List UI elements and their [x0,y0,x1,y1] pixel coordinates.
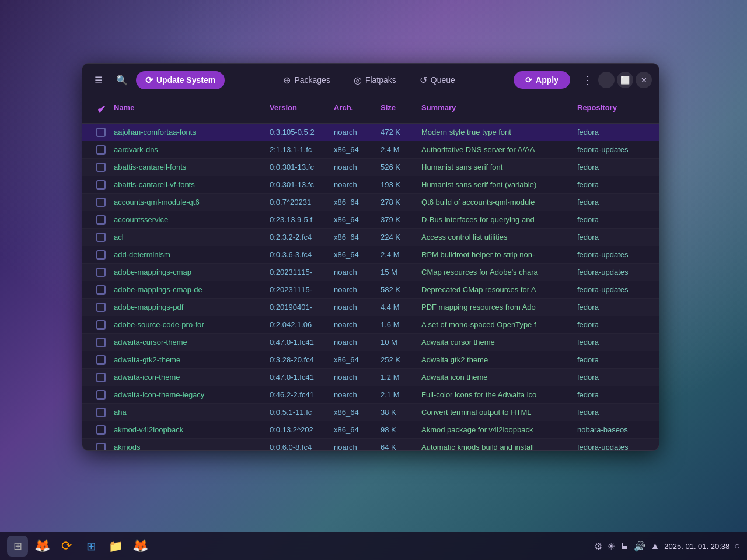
table-row[interactable]: akmods 0:0.6.0-8.fc4 noarch 64 K Automat… [82,439,659,450]
row-checkbox[interactable] [96,285,106,295]
search-icon: 🔍 [116,75,128,86]
row-version: 0:0.5.1-11.fc [266,408,330,416]
row-checkbox[interactable] [96,390,106,400]
apply-button[interactable]: ⟳ Apply [514,71,570,89]
row-size: 2.4 M [377,145,418,154]
row-checkbox[interactable] [96,128,106,137]
table-row[interactable]: adobe-mappings-cmap-de 0:20231115- noarc… [82,281,659,299]
header-summary[interactable]: Summary [418,101,574,118]
row-checkbox[interactable] [96,303,106,312]
row-checkbox[interactable] [96,233,106,242]
row-checkbox[interactable] [96,145,106,155]
row-checkbox[interactable] [96,180,106,190]
table-row[interactable]: aajohan-comfortaa-fonts 0:3.105-0.5.2 no… [82,124,659,141]
row-checkbox[interactable] [96,373,106,382]
table-row[interactable]: adwaita-icon-theme-legacy 0:46.2-2.fc41 … [82,386,659,404]
table-row[interactable]: acl 0:2.3.2-2.fc4 x86_64 224 K Access co… [82,229,659,246]
screen-tray-icon[interactable]: 🖥 [620,541,629,551]
row-arch: noarch [330,268,377,276]
search-button[interactable]: 🔍 [113,71,131,89]
row-checkbox[interactable] [96,163,106,172]
table-row[interactable]: aardvark-dns 2:1.13.1-1.fc x86_64 2.4 M … [82,141,659,159]
queue-tab-label: Queue [431,75,455,85]
row-checkbox[interactable] [96,408,106,417]
maximize-button[interactable]: ⬜ [617,72,633,88]
header-version[interactable]: Version [266,101,330,118]
row-summary: Deprecated CMap resources for A [418,285,574,294]
sidebar-toggle-button[interactable]: ☰ [89,71,108,89]
header-size[interactable]: Size [377,101,418,118]
row-version: 0:47.0-1.fc41 [266,373,330,382]
taskbar-file-manager[interactable]: 📁 [105,536,126,556]
row-checkbox[interactable] [96,198,106,207]
table-row[interactable]: adwaita-gtk2-theme 0:3.28-20.fc4 x86_64 … [82,351,659,369]
row-repo: fedora [574,355,650,364]
table-row[interactable]: adobe-mappings-cmap 0:20231115- noarch 1… [82,264,659,281]
row-repo: fedora [574,198,650,206]
table-row[interactable]: add-determinism 0:0.3.6-3.fc4 x86_64 2.4… [82,246,659,264]
taskbar-dnf[interactable]: ⟳ [56,536,77,556]
tab-queue[interactable]: ↺ Queue [409,71,466,90]
row-arch: noarch [330,338,377,346]
row-name: acl [110,233,266,242]
table-row[interactable]: adwaita-cursor-theme 0:47.0-1.fc41 noarc… [82,334,659,351]
row-checkbox[interactable] [96,215,106,225]
row-checkbox[interactable] [96,268,106,277]
settings-tray-icon[interactable]: ⚙ [594,541,602,552]
row-checkbox[interactable] [96,355,106,365]
table-row[interactable]: aha 0:0.5.1-11.fc x86_64 38 K Convert te… [82,404,659,421]
header-repository[interactable]: Repository [574,101,650,118]
row-checkbox-cell [92,320,110,330]
row-checkbox[interactable] [96,250,106,260]
volume-tray-icon[interactable]: 🔊 [634,541,645,552]
title-bar: ☰ 🔍 ⟳ Update System ⊕ Packages ◎ Flatpak… [82,64,659,96]
row-checkbox-cell [92,390,110,400]
row-size: 472 K [377,128,418,136]
header-name[interactable]: Name [110,101,266,118]
table-row[interactable]: abattis-cantarell-vf-fonts 0:0.301-13.fc… [82,176,659,194]
taskbar-app-launcher[interactable]: ⊞ [81,536,102,556]
row-size: 4.4 M [377,303,418,312]
power-tray-icon[interactable]: ○ [734,541,740,551]
table-row[interactable]: adwaita-icon-theme 0:47.0-1.fc41 noarch … [82,369,659,386]
row-version: 0:2.3.2-2.fc4 [266,233,330,242]
row-size: 582 K [377,285,418,294]
display-tray-icon[interactable]: ☀ [607,541,615,552]
row-checkbox[interactable] [96,338,106,347]
row-summary: Qt6 build of accounts-qml-module [418,198,574,206]
row-checkbox-cell [92,215,110,225]
table-row[interactable]: accounts-qml-module-qt6 0:0.7^20231 x86_… [82,194,659,211]
row-summary: CMap resources for Adobe's chara [418,268,574,276]
row-arch: x86_64 [330,145,377,154]
row-summary: Full-color icons for the Adwaita ico [418,390,574,399]
table-row[interactable]: accountsservice 0:23.13.9-5.f x86_64 379… [82,211,659,229]
taskbar-discover[interactable]: 🦊 [32,536,53,556]
row-checkbox[interactable] [96,320,106,330]
row-checkbox[interactable] [96,425,106,435]
close-button[interactable]: ✕ [636,72,652,88]
tab-packages[interactable]: ⊕ Packages [273,71,340,90]
table-row[interactable]: akmod-v4l2loopback 0:0.13.2^202 x86_64 9… [82,421,659,439]
table-row[interactable]: adobe-mappings-pdf 0:20190401- noarch 4.… [82,299,659,316]
row-checkbox-cell [92,250,110,260]
row-repo: fedora [574,408,650,416]
header-arch[interactable]: Arch. [330,101,377,118]
tab-flatpaks[interactable]: ◎ Flatpaks [343,71,407,90]
taskbar-firefox[interactable]: 🦊 [130,536,151,556]
sidebar-toggle-icon: ☰ [95,75,103,86]
row-size: 379 K [377,215,418,224]
row-summary: Adwaita icon theme [418,373,574,382]
table-row[interactable]: adobe-source-code-pro-for 0:2.042.1.06 n… [82,316,659,334]
minimize-button[interactable]: — [598,72,615,88]
update-system-button[interactable]: ⟳ Update System [136,71,225,89]
row-checkbox[interactable] [96,443,106,451]
row-name: adwaita-icon-theme-legacy [110,390,266,399]
table-row[interactable]: abattis-cantarell-fonts 0:0.301-13.fc no… [82,159,659,176]
row-repo: fedora [574,390,650,399]
row-repo: fedora [574,128,650,136]
menu-button[interactable]: ⋮ [580,73,596,87]
row-name: abattis-cantarell-vf-fonts [110,180,266,189]
taskbar-apps-grid[interactable]: ⊞ [7,536,28,556]
network-tray-icon[interactable]: ▲ [650,541,659,551]
update-system-label: Update System [156,75,215,85]
